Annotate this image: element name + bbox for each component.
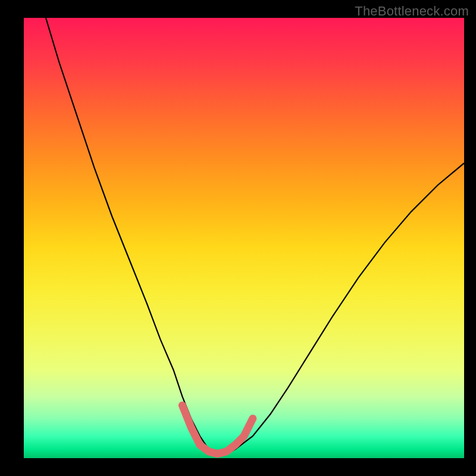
curve-svg (24, 18, 464, 458)
minimum-highlight (182, 405, 252, 453)
plot-area (24, 18, 464, 458)
chart-frame: TheBottleneck.com (0, 0, 476, 476)
bottleneck-curve (46, 18, 464, 454)
watermark-text: TheBottleneck.com (355, 4, 469, 19)
